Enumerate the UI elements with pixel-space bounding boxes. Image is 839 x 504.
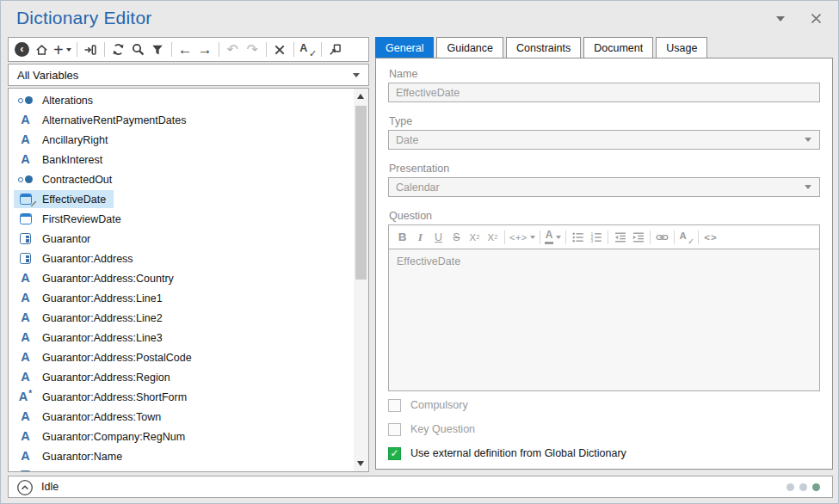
chevron-down-icon — [805, 138, 811, 142]
check-icon: ✓ — [390, 447, 398, 459]
toolbar-separator — [321, 42, 322, 57]
toolbar-separator — [540, 230, 540, 244]
variable-item[interactable]: Guarantor:Address — [9, 249, 368, 268]
variable-filter-dropdown[interactable]: All Variables — [8, 64, 369, 86]
navigate-forward-button[interactable]: → — [195, 39, 215, 60]
name-field[interactable] — [388, 83, 820, 102]
svg-text:3: 3 — [590, 238, 593, 243]
chevron-down-icon — [530, 236, 535, 239]
code-view-button[interactable]: <> — [701, 227, 719, 247]
variable-item[interactable]: AGuarantor:Address:PostalCode — [9, 347, 368, 367]
tab-usage[interactable]: Usage — [656, 37, 707, 58]
status-dot — [787, 483, 794, 491]
boolean-variable-icon — [17, 96, 34, 104]
text-variable-icon: A — [17, 351, 34, 364]
type-dropdown[interactable]: Date — [388, 130, 820, 150]
variable-item-partial[interactable] — [9, 466, 368, 472]
key-question-checkbox[interactable] — [388, 423, 401, 436]
variable-item[interactable]: AGuarantor:Name — [9, 446, 368, 466]
text-variable-icon: A — [17, 153, 34, 166]
variable-item[interactable]: ABankInterest — [9, 150, 368, 169]
indent-button[interactable] — [629, 227, 647, 247]
question-editor[interactable]: EffectiveDate — [388, 249, 820, 391]
presentation-dropdown[interactable]: Calendar — [388, 177, 820, 197]
window-menu-button[interactable] — [773, 11, 788, 27]
insert-field-button[interactable]: <+> — [508, 227, 537, 247]
bold-button[interactable]: B — [393, 227, 411, 247]
numbered-list-icon: 123 — [589, 230, 603, 244]
chevron-down-icon — [805, 185, 811, 189]
superscript-button[interactable]: X2 — [484, 227, 502, 247]
text-variable-icon: A — [17, 371, 34, 384]
tab-guidance[interactable]: Guidance — [436, 37, 503, 58]
delete-button[interactable] — [270, 39, 290, 60]
undo-button[interactable]: ↶ — [223, 39, 243, 60]
compulsory-checkbox[interactable] — [388, 399, 401, 412]
status-dot — [812, 483, 820, 491]
variable-item-selected[interactable]: EffectiveDate — [9, 189, 368, 209]
variable-item[interactable]: AGuarantor:Company:RegNum — [9, 427, 368, 446]
scroll-up-icon[interactable] — [357, 94, 364, 99]
external-definition-checkbox[interactable]: ✓ — [388, 447, 401, 460]
redo-icon: ↷ — [246, 43, 257, 57]
variable-item[interactable]: AAlternativeRentPaymentDates — [9, 110, 368, 130]
text-shortform-variable-icon: A* — [17, 390, 34, 403]
variable-item[interactable]: Alterations — [9, 90, 368, 110]
tab-general[interactable]: General — [375, 37, 434, 58]
spell-check-button[interactable]: A✓ — [298, 39, 318, 60]
variable-item[interactable]: ContractedOut — [9, 169, 368, 189]
toolbar-separator — [104, 42, 105, 57]
numbered-list-button[interactable]: 123 — [587, 227, 605, 247]
close-button[interactable] — [807, 9, 824, 27]
refresh-button[interactable] — [108, 39, 128, 60]
variable-item[interactable]: A*Guarantor:Address:ShortForm — [9, 387, 368, 407]
name-label: Name — [389, 68, 417, 80]
variable-item[interactable]: AAncillaryRight — [9, 130, 368, 150]
scroll-down-icon[interactable] — [357, 461, 364, 466]
list-scrollbar[interactable] — [354, 89, 368, 471]
outdent-button[interactable] — [611, 227, 629, 247]
italic-button[interactable]: I — [411, 227, 429, 247]
variable-item[interactable]: AGuarantor:Address:Line3 — [9, 328, 368, 347]
home-button[interactable] — [32, 39, 52, 60]
text-variable-icon: A — [17, 114, 34, 126]
add-variable-button[interactable]: + — [52, 39, 73, 60]
chevron-down-icon — [66, 48, 71, 52]
scrollbar-thumb[interactable] — [355, 106, 367, 280]
subscript-button[interactable]: X2 — [466, 227, 484, 247]
bullet-list-button[interactable] — [569, 227, 587, 247]
underline-button[interactable]: U — [429, 227, 447, 247]
variable-item[interactable]: AGuarantor:Address:Line2 — [9, 308, 368, 328]
date-variable-icon — [17, 213, 34, 224]
variable-toolbar: ‹ + ← → ↶ ↷ A✓ — [8, 37, 369, 62]
window-title: Dictionary Editor — [16, 8, 151, 28]
variable-item[interactable]: AGuarantor:Address:Country — [9, 268, 368, 288]
editor-spell-check-button[interactable]: A✓ — [677, 227, 695, 247]
toolbar-separator — [171, 42, 172, 57]
tab-document[interactable]: Document — [583, 37, 653, 58]
search-button[interactable] — [128, 39, 148, 60]
go-to-definition-button[interactable] — [81, 39, 101, 60]
variable-item[interactable]: AGuarantor:Address:Town — [9, 407, 368, 427]
tab-constraints[interactable]: Constraints — [506, 37, 581, 58]
status-expander-button[interactable] — [15, 478, 34, 496]
spell-check-icon: A✓ — [299, 42, 315, 58]
variable-item[interactable]: Guarantor — [9, 229, 368, 249]
variable-item[interactable]: AGuarantor:Address:Region — [9, 367, 368, 387]
redo-button[interactable]: ↷ — [243, 39, 262, 60]
hyperlink-button[interactable] — [653, 227, 671, 247]
go-to-icon — [83, 43, 97, 57]
strikethrough-button[interactable]: S — [447, 227, 466, 247]
back-button[interactable]: ‹ — [12, 39, 32, 60]
text-variable-icon: A — [17, 311, 34, 324]
toolbar-separator — [504, 230, 505, 244]
float-panel-button[interactable] — [325, 39, 345, 60]
filter-button[interactable] — [148, 39, 168, 60]
font-color-button[interactable]: A — [543, 227, 564, 247]
navigate-back-button[interactable]: ← — [176, 39, 195, 60]
record-variable-icon — [17, 253, 34, 264]
variable-item[interactable]: FirstReviewDate — [9, 209, 368, 229]
toolbar-separator — [565, 230, 566, 244]
variable-item[interactable]: AGuarantor:Address:Line1 — [9, 288, 368, 308]
status-text: Idle — [41, 481, 59, 493]
